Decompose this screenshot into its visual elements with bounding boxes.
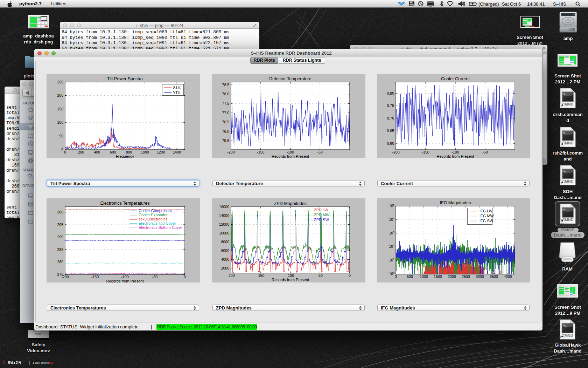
svg-text:0: 0 xyxy=(349,273,351,278)
svg-text:4000: 4000 xyxy=(221,257,230,261)
svg-text:IFG MW: IFG MW xyxy=(479,214,494,218)
svg-text:16000: 16000 xyxy=(219,205,229,209)
svg-text:150: 150 xyxy=(57,107,63,111)
svg-text:0: 0 xyxy=(61,148,63,152)
svg-text:Cooler Current: Cooler Current xyxy=(441,76,470,81)
svg-text:Cooler Expander: Cooler Expander xyxy=(139,213,168,217)
svg-text:-50: -50 xyxy=(317,150,323,154)
svg-text:3500: 3500 xyxy=(490,274,498,279)
svg-text:77.0: 77.0 xyxy=(222,111,230,115)
svg-text:6000: 6000 xyxy=(221,248,230,253)
svg-text:14000: 14000 xyxy=(219,213,229,218)
svg-text:Records from Present: Records from Present xyxy=(272,278,309,282)
svg-text:-50: -50 xyxy=(152,275,158,279)
svg-text:250: 250 xyxy=(57,80,63,84)
svg-text:0.60: 0.60 xyxy=(387,141,394,145)
svg-text:>_: >_ xyxy=(563,324,567,327)
svg-text:1500: 1500 xyxy=(434,274,442,279)
svg-text:600: 600 xyxy=(110,150,116,154)
svg-text:800: 800 xyxy=(126,150,132,154)
svg-text:77.5: 77.5 xyxy=(222,101,230,105)
svg-text:78.0: 78.0 xyxy=(222,92,230,96)
svg-text:-50: -50 xyxy=(317,273,323,278)
svg-text:Records from Present: Records from Present xyxy=(106,279,144,282)
svg-text:>_: >_ xyxy=(564,170,567,173)
svg-text:2000: 2000 xyxy=(448,274,456,279)
svg-text:-100: -100 xyxy=(287,150,294,154)
svg-text:ZPD SW: ZPD SW xyxy=(314,218,329,222)
svg-text:Electronics Temperatures: Electronics Temperatures xyxy=(100,201,150,206)
svg-text:-100: -100 xyxy=(121,275,128,279)
svg-text:IFG LW: IFG LW xyxy=(479,209,493,213)
svg-text:-150: -150 xyxy=(422,150,429,154)
svg-text:0: 0 xyxy=(395,274,397,279)
svg-text:ZPD LW: ZPD LW xyxy=(314,208,328,212)
svg-text:Frequency: Frequency xyxy=(116,154,134,158)
svg-text:Electronics Bottom Cover: Electronics Bottom Cover xyxy=(139,225,182,230)
svg-text:76.0: 76.0 xyxy=(222,129,230,134)
svg-text:IFG SW: IFG SW xyxy=(479,219,493,223)
svg-text:4000: 4000 xyxy=(504,274,512,279)
svg-text:275: 275 xyxy=(57,272,63,277)
svg-text:0.65: 0.65 xyxy=(387,129,394,133)
svg-text:1200: 1200 xyxy=(157,150,165,154)
svg-text:290: 290 xyxy=(57,235,63,239)
svg-text:-150: -150 xyxy=(257,273,264,278)
svg-text:-150: -150 xyxy=(91,275,99,279)
svg-text:sek31electronics: sek31electronics xyxy=(139,217,167,221)
svg-text:280: 280 xyxy=(57,260,63,264)
svg-text:IFG Magnitudes: IFG Magnitudes xyxy=(440,200,471,205)
svg-text:0.70: 0.70 xyxy=(387,116,394,120)
svg-text:400: 400 xyxy=(94,150,100,154)
svg-text:1000: 1000 xyxy=(141,150,149,154)
svg-text:0.80: 0.80 xyxy=(387,91,394,95)
svg-text:500: 500 xyxy=(407,274,413,279)
svg-text:>_: >_ xyxy=(564,208,567,211)
svg-text:295: 295 xyxy=(57,223,63,227)
svg-text:XTilt: XTilt xyxy=(173,85,181,89)
svg-text:0: 0 xyxy=(184,275,186,279)
svg-text:Records from Present: Records from Present xyxy=(272,154,309,158)
svg-text:>_: >_ xyxy=(564,93,567,96)
svg-text:Cooler Compressor: Cooler Compressor xyxy=(139,209,172,213)
svg-text:8000: 8000 xyxy=(221,240,230,244)
svg-text:100: 100 xyxy=(57,120,63,124)
svg-text:76.5: 76.5 xyxy=(222,120,230,124)
svg-text:Records from Present: Records from Present xyxy=(437,154,474,158)
svg-text:Tilt Power Spectra: Tilt Power Spectra xyxy=(107,76,143,81)
svg-text:0.75: 0.75 xyxy=(387,103,394,108)
svg-text:>_: >_ xyxy=(564,131,567,135)
svg-text:78.5: 78.5 xyxy=(222,83,230,87)
svg-text:YTilt: YTilt xyxy=(173,90,181,95)
svg-text:ZPD Magnitudes: ZPD Magnitudes xyxy=(274,201,307,206)
svg-text:10000: 10000 xyxy=(219,231,229,235)
svg-text:300: 300 xyxy=(57,210,63,214)
svg-text:285: 285 xyxy=(57,247,63,252)
svg-text:Detector Temperature: Detector Temperature xyxy=(269,76,312,81)
svg-text:-100: -100 xyxy=(451,150,459,154)
svg-text:12000: 12000 xyxy=(219,222,229,226)
svg-text:2000: 2000 xyxy=(221,266,230,270)
svg-text:75.5: 75.5 xyxy=(222,138,230,143)
svg-text:Electronics Top Cover: Electronics Top Cover xyxy=(139,221,176,225)
svg-text:-100: -100 xyxy=(287,273,294,278)
svg-text:1000: 1000 xyxy=(420,274,428,279)
svg-text:0: 0 xyxy=(64,150,66,154)
svg-text:200: 200 xyxy=(57,93,63,97)
svg-text:2500: 2500 xyxy=(462,274,470,279)
svg-text:-200: -200 xyxy=(227,273,234,278)
svg-text:-150: -150 xyxy=(257,150,264,154)
svg-text:-200: -200 xyxy=(227,150,234,154)
svg-text:3000: 3000 xyxy=(476,274,484,279)
svg-text:50: 50 xyxy=(59,134,63,138)
svg-text:-200: -200 xyxy=(392,150,399,154)
svg-text:1400: 1400 xyxy=(173,150,181,154)
svg-text:200: 200 xyxy=(78,150,84,154)
svg-text:-50: -50 xyxy=(482,150,488,154)
svg-text:ZPD MW: ZPD MW xyxy=(314,213,330,217)
